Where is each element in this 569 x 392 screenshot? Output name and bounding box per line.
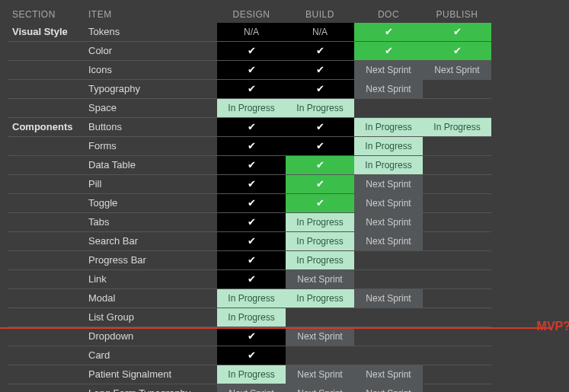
check-icon [217, 175, 286, 194]
header-design: DESIGN [217, 6, 286, 23]
status-table: SECTION ITEM DESIGN BUILD DOC PUBLISH Vi… [8, 6, 561, 392]
status-publish [423, 251, 491, 270]
check-icon [217, 137, 286, 156]
section-cell [8, 175, 84, 194]
item-cell: Long Form Typography [84, 384, 217, 392]
section-cell [8, 42, 84, 61]
check-icon [217, 232, 286, 251]
section-cell [8, 251, 84, 270]
status-publish [423, 384, 491, 392]
check-icon [217, 42, 286, 61]
status-build [286, 308, 354, 327]
status-build: In Progress [286, 213, 354, 232]
check-icon [217, 156, 286, 175]
status-doc: In Progress [354, 137, 423, 156]
check-icon [217, 327, 286, 346]
item-cell: Forms [84, 137, 217, 156]
check-icon [286, 61, 354, 80]
item-cell: Patient Signalment [84, 365, 217, 384]
header-build: BUILD [286, 6, 354, 23]
status-doc: Next Sprint [354, 289, 423, 308]
check-icon [286, 175, 354, 194]
section-cell [8, 137, 84, 156]
section-cell [8, 80, 84, 99]
section-cell [8, 194, 84, 213]
check-icon [286, 137, 354, 156]
status-doc: Next Sprint [354, 384, 423, 392]
status-doc: Next Sprint [354, 194, 423, 213]
status-build: Next Sprint [286, 327, 354, 346]
check-icon [286, 42, 354, 61]
status-design: Next Sprint [217, 384, 286, 392]
status-doc: In Progress [354, 118, 423, 137]
status-publish [423, 270, 491, 289]
status-build: In Progress [286, 99, 354, 118]
item-cell: List Group [84, 308, 217, 327]
item-cell: Dropdown [84, 327, 217, 346]
item-cell: Color [84, 42, 217, 61]
check-icon [217, 61, 286, 80]
status-doc: Next Sprint [354, 232, 423, 251]
header-doc: DOC [354, 6, 423, 23]
status-design: In Progress [217, 308, 286, 327]
status-doc [354, 270, 423, 289]
status-publish [423, 156, 491, 175]
status-doc [354, 346, 423, 365]
status-build: In Progress [286, 232, 354, 251]
item-cell: Buttons [84, 118, 217, 137]
section-cell [8, 61, 84, 80]
item-cell: Space [84, 99, 217, 118]
status-doc [354, 251, 423, 270]
status-build [286, 346, 354, 365]
item-cell: Tabs [84, 213, 217, 232]
status-design: In Progress [217, 99, 286, 118]
check-icon [217, 194, 286, 213]
section-cell [8, 232, 84, 251]
check-icon [217, 118, 286, 137]
item-cell: Progress Bar [84, 251, 217, 270]
item-cell: Icons [84, 61, 217, 80]
status-publish [423, 327, 491, 346]
status-doc: Next Sprint [354, 61, 423, 80]
check-icon [354, 42, 423, 61]
status-publish [423, 365, 491, 384]
status-doc: Next Sprint [354, 365, 423, 384]
status-publish [423, 289, 491, 308]
check-icon [354, 23, 423, 42]
status-build: In Progress [286, 289, 354, 308]
section-cell [8, 289, 84, 308]
check-icon [286, 118, 354, 137]
status-build: N/A [286, 23, 354, 42]
check-icon [217, 346, 286, 365]
header-section: SECTION [8, 6, 84, 23]
status-publish [423, 346, 491, 365]
status-design: In Progress [217, 365, 286, 384]
mvp-label: MVP? [537, 320, 569, 333]
item-cell: Card [84, 346, 217, 365]
section-cell [8, 156, 84, 175]
section-cell [8, 365, 84, 384]
section-cell [8, 99, 84, 118]
check-icon [423, 42, 491, 61]
status-publish [423, 194, 491, 213]
item-cell: Typography [84, 80, 217, 99]
section-cell: Visual Style [8, 23, 84, 42]
section-cell [8, 384, 84, 392]
status-publish [423, 308, 491, 327]
status-publish [423, 99, 491, 118]
header-publish: PUBLISH [423, 6, 491, 23]
status-design: N/A [217, 23, 286, 42]
status-build: Next Sprint [286, 384, 354, 392]
status-doc: Next Sprint [354, 175, 423, 194]
status-doc [354, 308, 423, 327]
status-publish: In Progress [423, 118, 491, 137]
mvp-divider [0, 327, 552, 329]
status-doc: Next Sprint [354, 213, 423, 232]
status-design: In Progress [217, 289, 286, 308]
section-cell [8, 327, 84, 346]
status-publish [423, 137, 491, 156]
item-cell: Data Table [84, 156, 217, 175]
item-cell: Tokens [84, 23, 217, 42]
check-icon [217, 270, 286, 289]
section-cell [8, 213, 84, 232]
